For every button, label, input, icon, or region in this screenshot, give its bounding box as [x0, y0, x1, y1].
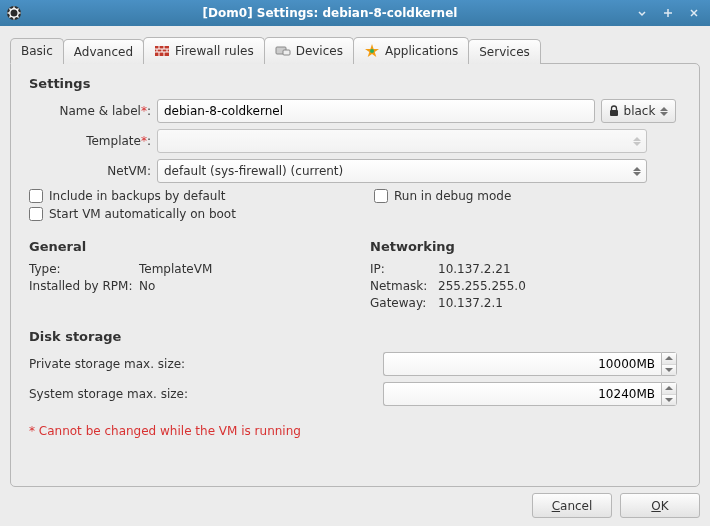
label-color-selector[interactable]: black — [601, 99, 676, 123]
settings-heading: Settings — [29, 76, 681, 91]
check-label: Include in backups by default — [49, 189, 225, 203]
gateway-value: 10.137.2.1 — [438, 296, 503, 310]
rpm-key: Installed by RPM: — [29, 279, 139, 293]
firewall-icon — [154, 43, 170, 59]
private-storage-label: Private storage max. size: — [29, 357, 383, 371]
disk-heading: Disk storage — [29, 329, 681, 344]
check-label: Run in debug mode — [394, 189, 511, 203]
ip-key: IP: — [370, 262, 438, 276]
name-input[interactable] — [157, 99, 595, 123]
name-label: Name & label*: — [29, 104, 157, 118]
updown-icon — [659, 107, 669, 116]
system-storage-stepper[interactable] — [661, 382, 677, 406]
tab-firewall[interactable]: Firewall rules — [143, 37, 265, 64]
ok-button[interactable]: OK — [620, 493, 700, 518]
tab-label: Applications — [385, 44, 458, 58]
type-value: TemplateVM — [139, 262, 212, 276]
svg-line-7 — [17, 16, 18, 17]
svg-rect-25 — [283, 50, 290, 55]
button-bar: Cancel OK — [10, 487, 700, 518]
tab-devices[interactable]: Devices — [264, 37, 354, 64]
tab-services[interactable]: Services — [468, 39, 541, 64]
cancel-button[interactable]: Cancel — [532, 493, 612, 518]
tab-label: Firewall rules — [175, 44, 254, 58]
tab-label: Basic — [21, 44, 53, 58]
updown-icon — [632, 137, 642, 146]
svg-rect-28 — [610, 110, 618, 116]
step-down-icon — [662, 395, 676, 406]
window-buttons — [632, 5, 704, 21]
maximize-button[interactable] — [658, 5, 678, 21]
applications-icon — [364, 43, 380, 59]
lock-icon — [608, 105, 620, 117]
private-storage-stepper[interactable] — [661, 352, 677, 376]
svg-line-9 — [9, 16, 10, 17]
step-down-icon — [662, 365, 676, 376]
svg-line-6 — [9, 8, 10, 9]
rpm-value: No — [139, 279, 155, 293]
tab-applications[interactable]: Applications — [353, 37, 469, 64]
general-heading: General — [29, 239, 340, 254]
autostart-checkbox[interactable]: Start VM automatically on boot — [29, 207, 374, 221]
titlebar: [Dom0] Settings: debian-8-coldkernel — [0, 0, 710, 26]
close-button[interactable] — [684, 5, 704, 21]
networking-heading: Networking — [370, 239, 681, 254]
updown-icon — [632, 167, 642, 176]
system-storage-label: System storage max. size: — [29, 387, 383, 401]
gear-icon — [6, 5, 22, 21]
netmask-key: Netmask: — [370, 279, 438, 293]
system-storage-input[interactable] — [383, 382, 661, 406]
tab-label: Devices — [296, 44, 343, 58]
netvm-label: NetVM: — [29, 164, 157, 178]
svg-line-8 — [17, 8, 18, 9]
step-up-icon — [662, 353, 676, 365]
netvm-value: default (sys-firewall) (current) — [164, 164, 343, 178]
private-storage-input[interactable] — [383, 352, 661, 376]
tab-content: Settings Name & label*: black Template*:… — [10, 63, 700, 487]
tab-label: Advanced — [74, 45, 133, 59]
window-title: [Dom0] Settings: debian-8-coldkernel — [28, 6, 632, 20]
template-label: Template*: — [29, 134, 157, 148]
include-backups-checkbox[interactable]: Include in backups by default — [29, 189, 374, 203]
svg-point-27 — [370, 49, 374, 53]
footnote: * Cannot be changed while the VM is runn… — [29, 424, 681, 438]
netmask-value: 255.255.255.0 — [438, 279, 526, 293]
template-combo[interactable] — [157, 129, 647, 153]
gateway-key: Gateway: — [370, 296, 438, 310]
tab-label: Services — [479, 45, 530, 59]
color-value: black — [624, 104, 656, 118]
tab-bar: Basic Advanced Firewall rules Devices Ap… — [10, 36, 700, 63]
netvm-combo[interactable]: default (sys-firewall) (current) — [157, 159, 647, 183]
check-label: Start VM automatically on boot — [49, 207, 236, 221]
tab-advanced[interactable]: Advanced — [63, 39, 144, 64]
tab-basic[interactable]: Basic — [10, 38, 64, 64]
step-up-icon — [662, 383, 676, 395]
ip-value: 10.137.2.21 — [438, 262, 511, 276]
type-key: Type: — [29, 262, 139, 276]
debug-mode-checkbox[interactable]: Run in debug mode — [374, 189, 511, 203]
devices-icon — [275, 43, 291, 59]
minimize-button[interactable] — [632, 5, 652, 21]
